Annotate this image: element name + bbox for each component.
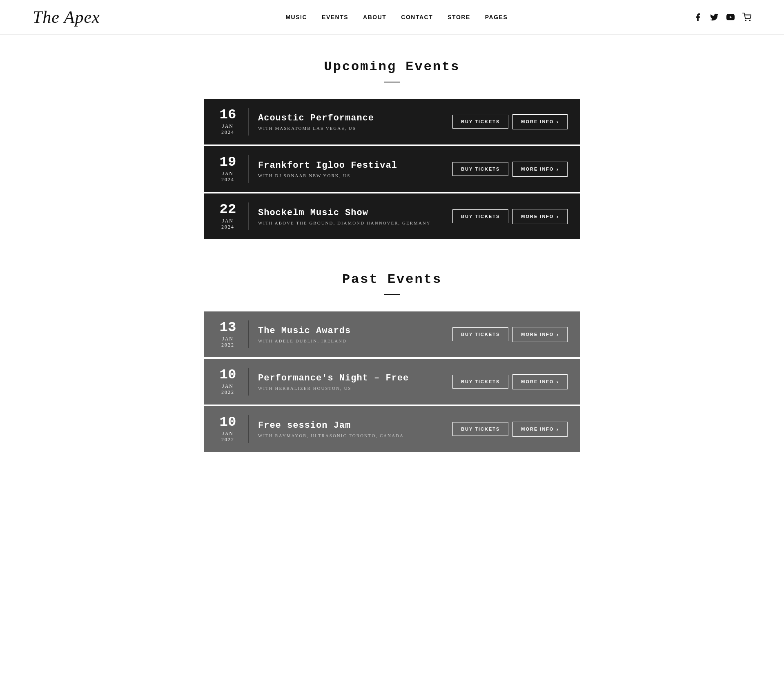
event-month-2: JAN [222,171,234,177]
nav-events[interactable]: EVENTS [322,14,348,20]
event-year-2: 2024 [221,177,234,183]
main-nav: MUSIC EVENTS ABOUT CONTACT STORE PAGES [285,14,508,20]
past-event-with-2: WITH HERBALIZER HOUSTON, US [258,386,452,391]
main-content: Upcoming Events 16 JAN 2024 Acoustic Per… [196,35,588,478]
event-date-3: 22 JAN 2024 [216,202,249,230]
youtube-icon[interactable] [726,13,735,22]
nav-contact[interactable]: CONTACT [401,14,433,20]
event-actions-3: BUY TICKETS MORE INFO › [452,209,568,224]
event-name-2: Frankfort Igloo Festival [258,160,452,171]
past-event-with-1: WITH ADELE DUBLIN, IRELAND [258,338,452,343]
event-year-3: 2024 [221,224,234,230]
past-event-3: 10 JAN 2022 Free session Jam WITH RAYMAY… [204,406,580,452]
event-info-3: Shockelm Music Show WITH ABOVE THE GROUN… [258,208,452,225]
past-more-info-button-3[interactable]: MORE INFO › [512,422,568,437]
past-event-name-2: Performance's Night – Free [258,373,452,383]
buy-tickets-button-2[interactable]: BUY TICKETS [452,162,508,176]
past-more-info-button-1[interactable]: MORE INFO › [512,327,568,342]
past-event-with-3: WITH RAYMAYOR, ULTRASONIC TORONTO, CANAD… [258,433,452,438]
twitter-icon[interactable] [710,13,719,22]
past-event-date-1: 13 JAN 2022 [216,320,249,348]
more-info-button-2[interactable]: MORE INFO › [512,162,568,177]
nav-about[interactable]: ABOUT [363,14,386,20]
header: The Apex MUSIC EVENTS ABOUT CONTACT STOR… [0,0,784,35]
past-event-day-2: 10 [220,368,236,382]
past-divider [384,294,400,295]
past-chevron-right-icon-3: › [557,426,559,432]
past-events-section: Past Events 13 JAN 2022 The Music Awards… [204,272,580,452]
event-day-2: 19 [220,155,236,169]
past-chevron-right-icon-2: › [557,379,559,385]
event-with-2: WITH DJ SONAAR NEW YORK, US [258,173,452,178]
event-name-1: Acoustic Performance [258,113,452,123]
past-event-actions-3: BUY TICKETS MORE INFO › [452,422,568,437]
cart-icon[interactable] [742,13,751,22]
buy-tickets-button-3[interactable]: BUY TICKETS [452,209,508,223]
past-buy-tickets-button-1[interactable]: BUY TICKETS [452,327,508,341]
chevron-right-icon-1: › [557,119,559,125]
past-event-day-3: 10 [220,415,236,429]
past-title: Past Events [204,272,580,287]
event-info-1: Acoustic Performance WITH MASKATOMB LAS … [258,113,452,131]
nav-pages[interactable]: PAGES [485,14,508,20]
past-event-date-3: 10 JAN 2022 [216,415,249,443]
past-event-name-1: The Music Awards [258,326,452,336]
event-actions-1: BUY TICKETS MORE INFO › [452,114,568,129]
past-event-year-2: 2022 [221,389,234,396]
upcoming-title: Upcoming Events [204,59,580,74]
past-event-day-1: 13 [220,320,236,334]
past-more-info-button-2[interactable]: MORE INFO › [512,374,568,389]
past-event-actions-2: BUY TICKETS MORE INFO › [452,374,568,389]
event-actions-2: BUY TICKETS MORE INFO › [452,162,568,177]
past-event-year-3: 2022 [221,437,234,443]
event-info-2: Frankfort Igloo Festival WITH DJ SONAAR … [258,160,452,178]
past-event-name-3: Free session Jam [258,420,452,431]
past-event-month-1: JAN [222,336,234,342]
event-day-3: 22 [220,202,236,216]
nav-store[interactable]: STORE [448,14,470,20]
event-date-2: 19 JAN 2024 [216,155,249,183]
past-event-2: 10 JAN 2022 Performance's Night – Free W… [204,359,580,405]
facebook-icon[interactable] [693,13,702,22]
past-buy-tickets-button-2[interactable]: BUY TICKETS [452,375,508,389]
logo[interactable]: The Apex [33,7,100,27]
event-month-1: JAN [222,123,234,129]
upcoming-event-2: 19 JAN 2024 Frankfort Igloo Festival WIT… [204,146,580,192]
past-chevron-right-icon-1: › [557,331,559,338]
chevron-right-icon-2: › [557,166,559,172]
past-event-date-2: 10 JAN 2022 [216,368,249,396]
nav-music[interactable]: MUSIC [285,14,307,20]
past-event-info-2: Performance's Night – Free WITH HERBALIZ… [258,373,452,391]
event-year-1: 2024 [221,129,234,136]
past-event-info-3: Free session Jam WITH RAYMAYOR, ULTRASON… [258,420,452,438]
event-date-1: 16 JAN 2024 [216,108,249,136]
event-with-3: WITH ABOVE THE GROUND, DIAMOND HANNOVER,… [258,220,452,225]
buy-tickets-button-1[interactable]: BUY TICKETS [452,115,508,129]
past-event-year-1: 2022 [221,342,234,348]
upcoming-divider [384,82,400,82]
social-icons [693,13,751,22]
svg-point-2 [749,20,750,21]
chevron-right-icon-3: › [557,213,559,220]
past-buy-tickets-button-3[interactable]: BUY TICKETS [452,422,508,436]
event-month-3: JAN [222,218,234,224]
event-name-3: Shockelm Music Show [258,208,452,218]
past-event-1: 13 JAN 2022 The Music Awards WITH ADELE … [204,311,580,357]
event-with-1: WITH MASKATOMB LAS VEGAS, US [258,126,452,131]
upcoming-events-section: Upcoming Events 16 JAN 2024 Acoustic Per… [204,59,580,239]
past-event-actions-1: BUY TICKETS MORE INFO › [452,327,568,342]
past-event-month-2: JAN [222,383,234,389]
past-event-month-3: JAN [222,431,234,437]
more-info-button-1[interactable]: MORE INFO › [512,114,568,129]
past-event-info-1: The Music Awards WITH ADELE DUBLIN, IREL… [258,326,452,343]
event-day-1: 16 [220,108,236,122]
svg-point-1 [745,20,746,21]
more-info-button-3[interactable]: MORE INFO › [512,209,568,224]
upcoming-event-3: 22 JAN 2024 Shockelm Music Show WITH ABO… [204,193,580,239]
upcoming-event-1: 16 JAN 2024 Acoustic Performance WITH MA… [204,99,580,144]
